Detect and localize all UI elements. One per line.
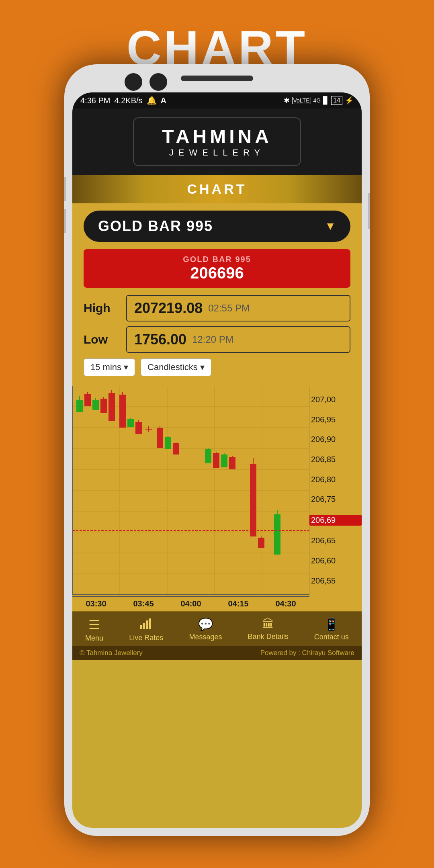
svg-rect-42 <box>221 454 227 467</box>
bottom-nav: ☰ Menu Live Rates 💬 <box>72 611 362 646</box>
footer-copyright: © Tahmina Jewellery <box>80 649 143 657</box>
menu-label: Menu <box>85 634 103 643</box>
dropdown-arrow-icon: ▼ <box>325 220 336 233</box>
chart-type-arrow-icon: ▾ <box>200 362 205 373</box>
page-background: CHART 4:36 PM 4.2KB/s 🔔 A ✱ V <box>0 0 434 868</box>
chart-type-label: Candlesticks <box>147 362 198 373</box>
svg-rect-56 <box>143 623 145 629</box>
svg-rect-16 <box>84 394 91 406</box>
camera-right <box>149 73 167 91</box>
high-value: 207219.08 <box>134 300 203 317</box>
network-icon: 4G <box>313 97 321 104</box>
svg-rect-46 <box>250 464 256 536</box>
phone-screen: 4:36 PM 4.2KB/s 🔔 A ✱ VoLTE 4G ▊ 14 ⚡ TA… <box>72 92 362 828</box>
chart-controls: 15 mins ▾ Candlesticks ▾ <box>84 358 350 376</box>
svg-rect-24 <box>119 395 126 428</box>
section-header: CHART <box>72 175 362 203</box>
low-value-box: 1756.00 12:20 PM <box>126 326 350 353</box>
volume-button-up <box>64 177 66 201</box>
status-time: 4:36 PM <box>80 96 110 105</box>
nav-bank-details[interactable]: 🏛 Bank Details <box>248 617 289 643</box>
svg-rect-18 <box>92 400 99 410</box>
candlestick-chart-svg <box>72 386 309 595</box>
gold-type-dropdown[interactable]: GOLD BAR 995 ▼ <box>84 211 350 242</box>
logo-box: TAHMINA JEWELLERY <box>133 117 301 166</box>
dropdown-label: GOLD BAR 995 <box>98 218 213 235</box>
high-time: 02:55 PM <box>208 303 250 314</box>
menu-icon: ☰ <box>88 617 100 633</box>
messages-icon: 💬 <box>198 617 213 631</box>
bank-details-icon: 🏛 <box>262 617 274 631</box>
battery-icon: 14 <box>331 96 342 105</box>
nav-live-rates[interactable]: Live Rates <box>129 617 163 643</box>
y-axis: 207,00 206,95 206,90 206,85 206,80 206,7… <box>309 386 362 595</box>
x-axis: 03:30 03:45 04:00 04:15 04:30 <box>72 596 309 611</box>
contact-label: Contact us <box>314 633 349 641</box>
svg-rect-20 <box>100 399 107 413</box>
y-label-6: 206,75 <box>309 495 362 504</box>
y-label-4: 206,85 <box>309 455 362 464</box>
interval-arrow-icon: ▾ <box>124 362 128 373</box>
footer-powered-by: Powered by : Chirayu Software <box>260 649 354 657</box>
y-label-5: 206,80 <box>309 475 362 484</box>
y-label-10: 206,55 <box>309 576 362 585</box>
chart-type-dropdown[interactable]: Candlesticks ▾ <box>141 358 211 376</box>
low-label: Low <box>84 333 120 346</box>
live-rates-icon <box>140 617 153 632</box>
svg-rect-28 <box>135 422 142 434</box>
nav-contact[interactable]: 📱 Contact us <box>314 617 349 643</box>
bank-details-label: Bank Details <box>248 633 289 641</box>
y-label-8: 206,65 <box>309 536 362 545</box>
price-item-label: GOLD BAR 995 <box>92 255 342 264</box>
low-row: Low 1756.00 12:20 PM <box>84 326 350 353</box>
messages-label: Messages <box>189 633 222 641</box>
status-a-icon: A <box>161 96 166 105</box>
nav-messages[interactable]: 💬 Messages <box>189 617 222 643</box>
high-row: High 207219.08 02:55 PM <box>84 295 350 321</box>
price-display: GOLD BAR 995 206696 <box>84 249 350 288</box>
main-content: GOLD BAR 995 ▼ GOLD BAR 995 206696 High … <box>72 203 362 386</box>
logo-sub: JEWELLERY <box>162 147 272 158</box>
charge-icon: ⚡ <box>345 96 354 105</box>
app-footer: © Tahmina Jewellery Powered by : Chirayu… <box>72 646 362 660</box>
status-bar: 4:36 PM 4.2KB/s 🔔 A ✱ VoLTE 4G ▊ 14 ⚡ <box>72 92 362 108</box>
svg-rect-58 <box>149 618 151 629</box>
svg-rect-50 <box>274 514 280 555</box>
volte-icon: VoLTE <box>292 97 311 104</box>
svg-rect-32 <box>157 428 163 448</box>
volume-button-down <box>64 209 66 233</box>
x-label-2: 03:45 <box>133 599 154 608</box>
svg-rect-14 <box>76 400 83 412</box>
y-label-1: 207,00 <box>309 395 362 404</box>
interval-label: 15 mins <box>90 362 121 373</box>
svg-rect-57 <box>146 620 148 629</box>
nav-menu[interactable]: ☰ Menu <box>85 617 103 643</box>
y-label-9: 206,60 <box>309 556 362 565</box>
svg-rect-44 <box>229 457 235 469</box>
svg-rect-22 <box>108 393 115 421</box>
interval-dropdown[interactable]: 15 mins ▾ <box>84 358 135 376</box>
high-value-box: 207219.08 02:55 PM <box>126 295 350 321</box>
x-label-5: 04:30 <box>275 599 296 608</box>
bluetooth-icon: ✱ <box>284 96 290 105</box>
contact-icon: 📱 <box>324 617 339 631</box>
y-label-highlighted: 206,69 <box>309 515 362 526</box>
y-label-2: 206,95 <box>309 415 362 424</box>
svg-rect-26 <box>127 419 134 427</box>
low-time: 12:20 PM <box>192 334 233 345</box>
svg-rect-40 <box>213 453 219 468</box>
power-button <box>368 193 370 229</box>
phone-frame: 4:36 PM 4.2KB/s 🔔 A ✱ VoLTE 4G ▊ 14 ⚡ TA… <box>64 64 370 836</box>
app-logo-area: TAHMINA JEWELLERY <box>72 108 362 175</box>
section-header-label: CHART <box>187 181 247 197</box>
signal-icon: ▊ <box>323 96 329 105</box>
status-right: ✱ VoLTE 4G ▊ 14 ⚡ <box>284 96 354 105</box>
x-label-1: 03:30 <box>86 599 106 608</box>
speaker <box>181 76 253 81</box>
svg-rect-48 <box>258 538 264 548</box>
status-alarm-icon: 🔔 <box>147 96 157 105</box>
high-label: High <box>84 301 120 315</box>
camera-left <box>125 73 142 91</box>
x-label-3: 04:00 <box>180 599 201 608</box>
svg-rect-38 <box>205 449 211 463</box>
